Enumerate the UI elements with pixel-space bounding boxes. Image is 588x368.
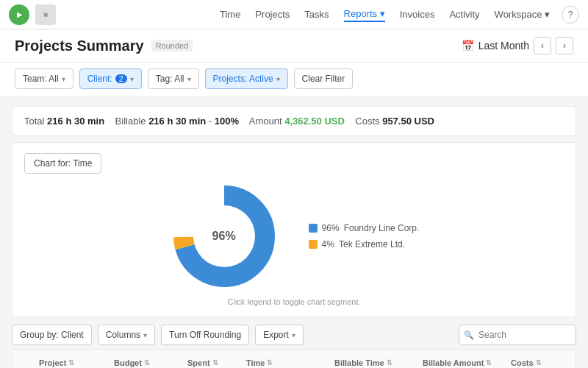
nav-time[interactable]: Time (220, 7, 240, 21)
help-button[interactable]: ? (562, 6, 579, 24)
th-billable-time[interactable]: Billable Time ⇅ (334, 358, 423, 367)
amount-value: 4,362.50 USD (284, 116, 345, 127)
legend-label-tek: Tek Extreme Ltd. (339, 239, 405, 250)
donut-center-label: 96% (212, 230, 236, 243)
total-value: 216 h 30 min (47, 116, 104, 127)
calendar-icon: 📅 (462, 40, 474, 52)
nav-tasks[interactable]: Tasks (304, 7, 329, 21)
th-budget[interactable]: Budget ⇅ (114, 358, 187, 367)
nav-workspace[interactable]: Workspace ▾ (495, 7, 550, 21)
chart-hint: Click legend to toggle chart segment. (228, 297, 361, 306)
stop-button[interactable] (35, 4, 56, 25)
export-button[interactable]: Export (255, 325, 304, 345)
nav-activity[interactable]: Activity (449, 7, 479, 21)
play-button[interactable] (9, 4, 29, 25)
nav-projects[interactable]: Projects (255, 7, 290, 21)
table-header: Project ⇅ Budget ⇅ Spent ⇅ Time ⇅ Billab… (12, 350, 576, 368)
table-controls: Group by: Client Columns Turn Off Roundi… (12, 325, 576, 345)
amount-label: Amount (249, 116, 282, 127)
date-label: Last Month (478, 40, 529, 52)
legend-pct-tek: 4% (322, 239, 334, 250)
tag-filter[interactable]: Tag: All (148, 68, 199, 89)
nav-invoices[interactable]: Invoices (400, 7, 435, 21)
search-input[interactable] (459, 325, 576, 345)
billable-label: Billable (115, 116, 146, 127)
total-label: Total (24, 116, 44, 127)
th-project[interactable]: Project ⇅ (39, 358, 114, 367)
nav-reports[interactable]: Reports ▾ (344, 7, 385, 22)
projects-filter[interactable]: Projects: Active (205, 68, 288, 89)
group-by-button[interactable]: Group by: Client (12, 325, 92, 345)
summary-bar: Total 216 h 30 min Billable 216 h 30 min… (12, 106, 576, 136)
rounding-button[interactable]: Turn Off Rounding (161, 325, 249, 345)
title-area: Projects Summary Rounded (15, 38, 193, 54)
search-icon: 🔍 (464, 330, 474, 340)
nav-items: Time Projects Tasks Reports ▾ Invoices A… (220, 7, 550, 22)
rounded-badge: Rounded (151, 40, 193, 52)
costs-value: 957.50 USD (382, 116, 434, 127)
donut-chart[interactable]: 96% (169, 181, 279, 291)
page-title: Projects Summary (15, 38, 144, 54)
th-costs[interactable]: Costs ⇅ (511, 358, 570, 367)
clear-filter-button[interactable]: Clear Filter (294, 68, 354, 89)
legend-label-foundry: Foundry Line Corp. (344, 223, 420, 233)
chart-legend: 96% Foundry Line Corp. 4% Tek Extreme Lt… (309, 223, 420, 250)
chart-area: Chart for: Time 96% 96% Foundry Line Cor… (12, 142, 576, 317)
legend-dot-tek (309, 240, 318, 249)
costs-label: Costs (355, 116, 379, 127)
team-filter[interactable]: Team: All (15, 68, 74, 89)
columns-button[interactable]: Columns (98, 325, 155, 345)
chart-for-button[interactable]: Chart for: Time (24, 153, 101, 174)
data-table: Project ⇅ Budget ⇅ Spent ⇅ Time ⇅ Billab… (12, 350, 576, 368)
legend-item-tek[interactable]: 4% Tek Extreme Ltd. (309, 239, 420, 250)
client-filter[interactable]: Client: 2 (79, 68, 142, 89)
billable-pct: 100% (215, 116, 239, 127)
th-time[interactable]: Time ⇅ (246, 358, 334, 367)
page-header: Projects Summary Rounded 📅 Last Month ‹ … (0, 29, 588, 63)
legend-item-foundry[interactable]: 96% Foundry Line Corp. (309, 223, 420, 233)
legend-pct-foundry: 96% (322, 223, 340, 233)
chart-inner: 96% 96% Foundry Line Corp. 4% Tek Extrem… (24, 181, 564, 291)
search-box: 🔍 (459, 325, 576, 345)
top-navigation: Time Projects Tasks Reports ▾ Invoices A… (0, 0, 588, 29)
filter-bar: Team: All Client: 2 Tag: All Projects: A… (0, 63, 588, 97)
th-spent[interactable]: Spent ⇅ (187, 358, 246, 367)
legend-dot-foundry (309, 224, 318, 233)
th-billable-amount[interactable]: Billable Amount ⇅ (423, 358, 511, 367)
next-month-button[interactable]: › (556, 37, 573, 54)
date-navigation: 📅 Last Month ‹ › (462, 37, 573, 54)
billable-value: 216 h 30 min (148, 116, 206, 127)
prev-month-button[interactable]: ‹ (534, 37, 551, 54)
